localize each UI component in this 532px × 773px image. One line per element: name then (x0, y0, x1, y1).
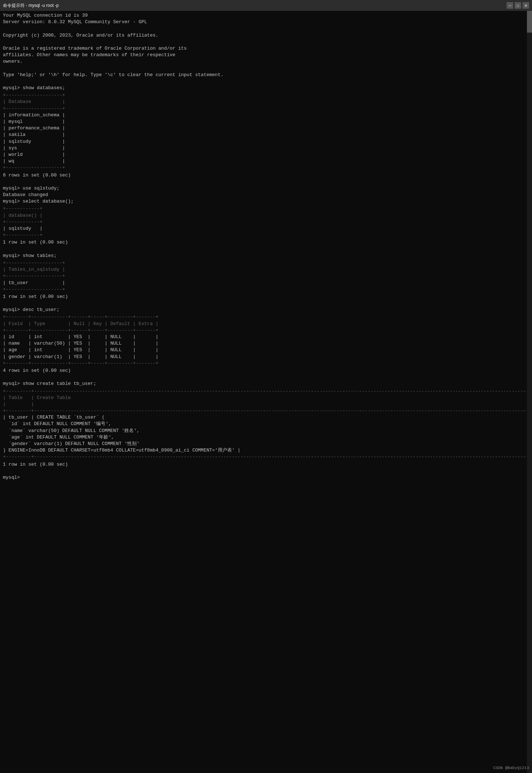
output-line: 1 row in set (0.00 sec) (3, 239, 525, 246)
window-container: 命令提示符 - mysql -u root -p ─ □ ✕ Your MySQ… (0, 0, 532, 773)
output-line: 1 row in set (0.00 sec) (3, 294, 525, 300)
output-line: Copyright (c) 2000, 2023, Oracle and/or … (3, 32, 525, 39)
terminal-window: 命令提示符 - mysql -u root -p ─ □ ✕ Your MySQ… (0, 0, 532, 773)
output-line: Your MySQL connection id is 39 (3, 12, 525, 19)
command-line: mysql> desc tb_user; (3, 307, 525, 313)
output-line: 4 rows in set (0.00 sec) (3, 367, 525, 374)
output-line (3, 25, 525, 32)
database-table: +------------+ | database() | +---------… (3, 205, 525, 238)
output-line: Oracle is a registered trademark of Orac… (3, 45, 525, 52)
close-button[interactable]: ✕ (523, 2, 529, 9)
output-line: Server version: 8.0.32 MySQL Community S… (3, 19, 525, 25)
watermark: CSDN @BabyQ1213 (493, 766, 529, 770)
output-line: Database changed (3, 192, 525, 198)
output-line (3, 246, 525, 253)
output-line (3, 374, 525, 381)
create-table-result: +---------+-----------------------------… (3, 388, 525, 461)
output-line (3, 39, 525, 45)
window-title: 命令提示符 - mysql -u root -p (3, 3, 59, 9)
databases-table: +--------------------+ | Database | +---… (3, 92, 525, 171)
output-line (3, 300, 525, 307)
command-line: mysql> use sqlstudy; (3, 185, 525, 192)
command-line: mysql> select database(); (3, 198, 525, 205)
command-line: mysql> show tables; (3, 253, 525, 259)
scrollbar[interactable] (527, 11, 532, 773)
terminal-content[interactable]: Your MySQL connection id is 39 Server ve… (0, 11, 532, 773)
maximize-button[interactable]: □ (515, 2, 521, 9)
scrollbar-thumb[interactable] (527, 11, 532, 33)
command-line: mysql> (3, 474, 525, 481)
output-line: 8 rows in set (0.00 sec) (3, 172, 525, 179)
command-line: mysql> show create table tb_user; (3, 381, 525, 387)
command-line: mysql> show databases; (3, 85, 525, 91)
output-line: owners. (3, 58, 525, 65)
desc-table: +--------+-------------+------+-----+---… (3, 314, 525, 367)
tables-table: +--------------------+ | Tables_in_sqlst… (3, 260, 525, 293)
output-line: Type 'help;' or '\h' for help. Type '\c'… (3, 72, 525, 78)
output-line: affiliates. Other names may be trademark… (3, 52, 525, 58)
output-line (3, 65, 525, 72)
output-line (3, 468, 525, 474)
output-line (3, 78, 525, 85)
output-line: 1 row in set (0.00 sec) (3, 461, 525, 468)
output-line (3, 179, 525, 185)
title-bar: 命令提示符 - mysql -u root -p ─ □ ✕ (0, 0, 532, 11)
window-controls: ─ □ ✕ (507, 2, 529, 9)
minimize-button[interactable]: ─ (507, 2, 513, 9)
